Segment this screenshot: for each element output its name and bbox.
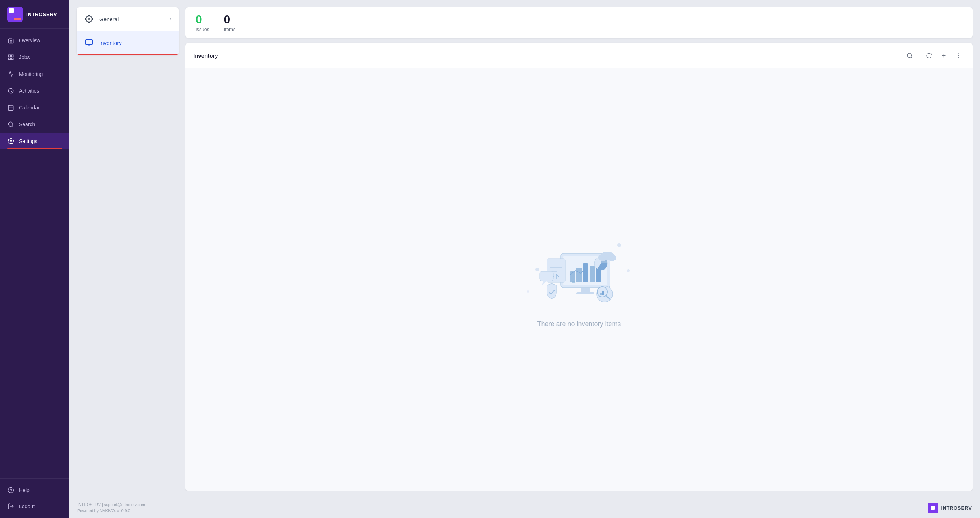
issues-value: 0 bbox=[196, 13, 202, 26]
logo-icon bbox=[7, 6, 22, 22]
sidebar: INTROSERV Overview Jobs bbox=[0, 0, 69, 518]
svg-point-46 bbox=[598, 254, 607, 261]
panel-item-general[interactable]: General › bbox=[76, 7, 179, 31]
refresh-button[interactable] bbox=[922, 49, 935, 62]
svg-point-15 bbox=[88, 18, 90, 20]
footer-logo-icon bbox=[928, 503, 938, 513]
empty-illustration bbox=[517, 231, 641, 311]
svg-point-11 bbox=[10, 140, 12, 142]
footer-powered-by: Powered by NAKIVO. v10.9.0. bbox=[77, 508, 145, 514]
sidebar-label-overview: Overview bbox=[19, 38, 40, 43]
svg-point-25 bbox=[958, 57, 958, 57]
svg-rect-1 bbox=[12, 55, 13, 57]
sidebar-item-logout[interactable]: Logout bbox=[0, 498, 69, 514]
svg-point-12 bbox=[8, 488, 14, 493]
svg-point-24 bbox=[958, 55, 958, 56]
footer-company: INTROSERV | support@introserv.com bbox=[77, 502, 145, 508]
stats-bar: 0 Issues 0 Items bbox=[185, 7, 973, 38]
help-icon bbox=[7, 487, 14, 494]
sidebar-label-logout: Logout bbox=[19, 504, 35, 509]
sidebar-logo: INTROSERV bbox=[0, 0, 69, 29]
svg-rect-5 bbox=[8, 105, 13, 111]
sidebar-item-overview[interactable]: Overview bbox=[0, 32, 69, 49]
svg-rect-51 bbox=[600, 292, 602, 296]
inventory-title: Inventory bbox=[193, 52, 903, 59]
svg-rect-0 bbox=[8, 55, 10, 57]
sidebar-label-help: Help bbox=[19, 487, 30, 493]
svg-rect-33 bbox=[576, 268, 582, 282]
svg-point-9 bbox=[8, 122, 13, 126]
jobs-icon bbox=[7, 54, 14, 61]
search-icon bbox=[7, 121, 14, 128]
issues-label: Issues bbox=[196, 27, 209, 32]
sidebar-item-monitoring[interactable]: Monitoring bbox=[0, 66, 69, 82]
sidebar-item-settings[interactable]: Settings bbox=[0, 133, 69, 149]
sidebar-item-jobs[interactable]: Jobs bbox=[0, 49, 69, 65]
sidebar-bottom: Help Logout bbox=[0, 478, 69, 518]
activities-icon bbox=[7, 87, 14, 94]
items-label: Items bbox=[224, 27, 236, 32]
svg-rect-38 bbox=[581, 288, 590, 293]
panel-label-general: General bbox=[99, 16, 119, 22]
svg-point-23 bbox=[958, 54, 958, 54]
sidebar-label-monitoring: Monitoring bbox=[19, 71, 43, 77]
sidebar-label-activities: Activities bbox=[19, 88, 39, 94]
sidebar-label-search: Search bbox=[19, 121, 35, 127]
sidebar-nav: Overview Jobs Monitoring bbox=[0, 29, 69, 478]
home-icon bbox=[7, 37, 14, 44]
svg-line-20 bbox=[911, 57, 912, 58]
svg-rect-39 bbox=[576, 292, 594, 294]
panel-label-inventory: Inventory bbox=[99, 40, 122, 46]
svg-rect-40 bbox=[572, 281, 575, 283]
svg-marker-54 bbox=[542, 281, 547, 285]
sidebar-item-help[interactable]: Help bbox=[0, 482, 69, 498]
footer-info: INTROSERV | support@introserv.com Powere… bbox=[77, 502, 145, 514]
header-divider bbox=[919, 51, 920, 60]
footer-logo-text: INTROSERV bbox=[941, 505, 972, 511]
settings-icon bbox=[7, 138, 14, 145]
inventory-icon bbox=[84, 38, 94, 48]
inventory-header: Inventory bbox=[185, 43, 973, 68]
left-panel: General › Inventory bbox=[76, 7, 179, 491]
svg-rect-52 bbox=[602, 291, 604, 296]
settings-nav-card: General › Inventory bbox=[76, 7, 179, 55]
stat-items: 0 Items bbox=[224, 13, 236, 32]
svg-rect-3 bbox=[12, 58, 13, 60]
sidebar-label-jobs: Jobs bbox=[19, 54, 30, 60]
calendar-icon bbox=[7, 104, 14, 111]
panel-item-inventory[interactable]: Inventory bbox=[76, 31, 179, 55]
header-actions bbox=[903, 49, 965, 62]
logo-text: INTROSERV bbox=[26, 12, 57, 17]
items-value: 0 bbox=[224, 13, 231, 26]
svg-point-26 bbox=[535, 268, 539, 272]
logout-icon bbox=[7, 503, 14, 510]
add-button[interactable] bbox=[937, 49, 950, 62]
svg-rect-35 bbox=[590, 266, 595, 282]
inventory-panel: Inventory bbox=[185, 43, 973, 491]
svg-point-47 bbox=[608, 254, 616, 261]
chevron-right-icon: › bbox=[170, 16, 172, 22]
footer-logo: INTROSERV bbox=[928, 503, 972, 513]
svg-rect-16 bbox=[86, 40, 92, 44]
svg-point-29 bbox=[527, 290, 529, 292]
stat-issues: 0 Issues bbox=[196, 13, 209, 32]
svg-point-19 bbox=[907, 53, 912, 57]
monitoring-icon bbox=[7, 70, 14, 78]
empty-message: There are no inventory items bbox=[537, 320, 620, 328]
empty-state: There are no inventory items bbox=[185, 68, 973, 491]
right-panel: 0 Issues 0 Items Inventory bbox=[185, 7, 973, 491]
sidebar-item-search[interactable]: Search bbox=[0, 116, 69, 132]
svg-rect-34 bbox=[583, 264, 588, 282]
search-button[interactable] bbox=[903, 49, 916, 62]
main-content: General › Inventory bbox=[69, 0, 980, 518]
sidebar-item-activities[interactable]: Activities bbox=[0, 83, 69, 99]
svg-line-10 bbox=[12, 126, 13, 127]
sidebar-item-calendar[interactable]: Calendar bbox=[0, 100, 69, 116]
footer: INTROSERV | support@introserv.com Powere… bbox=[69, 498, 980, 518]
general-icon bbox=[84, 14, 94, 24]
svg-rect-2 bbox=[8, 58, 10, 60]
svg-point-27 bbox=[617, 243, 621, 247]
sidebar-label-calendar: Calendar bbox=[19, 105, 40, 111]
more-button[interactable] bbox=[951, 49, 965, 62]
svg-point-28 bbox=[627, 269, 630, 272]
